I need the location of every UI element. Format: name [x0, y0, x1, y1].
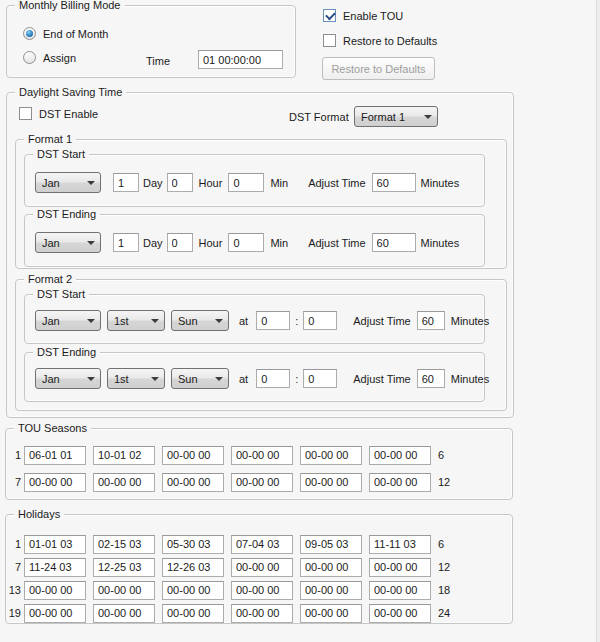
adjust-time-input[interactable] — [417, 311, 445, 330]
day-label: Day — [143, 177, 163, 189]
season-input[interactable] — [24, 446, 86, 465]
minute-input[interactable] — [303, 369, 337, 388]
restore-defaults-option[interactable]: Restore to Defaults — [323, 34, 437, 47]
min-label: Min — [270, 237, 288, 249]
minutes-label: Minutes — [421, 237, 460, 249]
monthly-billing-title: Monthly Billing Mode — [15, 0, 125, 13]
format2-dst-ending-title: DST Ending — [33, 345, 100, 360]
min-input[interactable] — [228, 173, 264, 192]
adjust-time-input[interactable] — [372, 233, 416, 252]
min-input[interactable] — [228, 233, 264, 252]
colon-separator: : — [295, 315, 298, 327]
holiday-input[interactable] — [231, 581, 293, 600]
end-of-month-radio[interactable] — [23, 27, 36, 40]
holiday-input[interactable] — [24, 604, 86, 623]
holiday-input[interactable] — [162, 581, 224, 600]
tou-seasons-group: TOU Seasons 1 6 7 12 — [5, 428, 513, 500]
month-select[interactable]: Jan — [35, 368, 101, 389]
season-input[interactable] — [369, 446, 431, 465]
format2-group: Format 2 DST Start Jan 1st Sun at : — [15, 279, 507, 411]
enable-tou-option[interactable]: Enable TOU — [323, 9, 403, 22]
adjust-time-label: Adjust Time — [353, 315, 410, 327]
season-input[interactable] — [231, 446, 293, 465]
month-select[interactable]: Jan — [35, 310, 101, 331]
holiday-input[interactable] — [24, 535, 86, 554]
day-input[interactable] — [113, 173, 139, 192]
dst-format-select[interactable]: Format 1 — [354, 106, 438, 127]
dst-enable-checkbox[interactable] — [19, 107, 32, 120]
week-ordinal-select-value: 1st — [114, 373, 129, 385]
restore-defaults-checkbox[interactable] — [323, 34, 336, 47]
holiday-input[interactable] — [162, 604, 224, 623]
row-start-index: 1 — [8, 449, 21, 461]
holiday-input[interactable] — [300, 535, 362, 554]
holiday-input[interactable] — [300, 581, 362, 600]
adjust-time-input[interactable] — [372, 173, 416, 192]
holiday-input[interactable] — [162, 558, 224, 577]
week-ordinal-select[interactable]: 1st — [107, 368, 165, 389]
assign-radio[interactable] — [23, 51, 36, 64]
enable-tou-checkbox[interactable] — [323, 9, 336, 22]
season-input[interactable] — [231, 473, 293, 492]
minutes-label: Minutes — [451, 315, 490, 327]
holiday-input[interactable] — [369, 604, 431, 623]
season-input[interactable] — [93, 473, 155, 492]
format1-dst-start-title: DST Start — [33, 147, 89, 162]
holiday-input[interactable] — [93, 604, 155, 623]
holiday-input[interactable] — [300, 558, 362, 577]
dst-enable-option[interactable]: DST Enable — [19, 107, 98, 120]
holiday-input[interactable] — [24, 581, 86, 600]
adjust-time-input[interactable] — [417, 369, 445, 388]
season-input[interactable] — [93, 446, 155, 465]
holiday-input[interactable] — [93, 558, 155, 577]
day-input[interactable] — [113, 233, 139, 252]
at-label: at — [239, 373, 248, 385]
holiday-input[interactable] — [369, 581, 431, 600]
holiday-input[interactable] — [300, 604, 362, 623]
season-input[interactable] — [300, 446, 362, 465]
chevron-down-icon — [87, 319, 95, 323]
restore-defaults-checkbox-label: Restore to Defaults — [343, 35, 437, 47]
holiday-input[interactable] — [93, 535, 155, 554]
restore-defaults-button[interactable]: Restore to Defaults — [322, 57, 435, 80]
panel-right-edge — [596, 0, 600, 642]
row-end-index: 6 — [438, 449, 444, 461]
season-input[interactable] — [369, 473, 431, 492]
holiday-input[interactable] — [231, 535, 293, 554]
row-end-index: 24 — [438, 607, 450, 619]
season-input[interactable] — [24, 473, 86, 492]
hour-input[interactable] — [256, 311, 290, 330]
row-start-index: 7 — [8, 476, 21, 488]
holiday-input[interactable] — [231, 558, 293, 577]
format1-dst-ending-group: DST Ending Jan Day Hour Min Adjust Time … — [24, 214, 485, 267]
hour-input[interactable] — [167, 233, 193, 252]
month-select[interactable]: Jan — [35, 172, 101, 193]
daylight-saving-group: Daylight Saving Time DST Enable DST Form… — [6, 92, 514, 418]
holiday-input[interactable] — [162, 535, 224, 554]
season-input[interactable] — [162, 473, 224, 492]
season-input[interactable] — [162, 446, 224, 465]
chevron-down-icon — [151, 319, 159, 323]
row-end-index: 18 — [438, 584, 450, 596]
hour-input[interactable] — [256, 369, 290, 388]
assign-option[interactable]: Assign — [23, 51, 76, 64]
week-ordinal-select[interactable]: 1st — [107, 310, 165, 331]
weekday-select[interactable]: Sun — [171, 368, 229, 389]
billing-time-input[interactable] — [198, 50, 283, 69]
holiday-input[interactable] — [24, 558, 86, 577]
holiday-input[interactable] — [93, 581, 155, 600]
chevron-down-icon — [87, 181, 95, 185]
hour-input[interactable] — [167, 173, 193, 192]
minute-input[interactable] — [303, 311, 337, 330]
row-start-index: 1 — [8, 538, 21, 550]
holiday-input[interactable] — [231, 604, 293, 623]
holiday-input[interactable] — [369, 558, 431, 577]
month-select[interactable]: Jan — [35, 232, 101, 253]
end-of-month-option[interactable]: End of Month — [23, 27, 108, 40]
weekday-select[interactable]: Sun — [171, 310, 229, 331]
row-end-index: 6 — [438, 538, 444, 550]
holidays-row: 1 6 — [8, 534, 444, 554]
tou-seasons-title: TOU Seasons — [14, 421, 91, 436]
season-input[interactable] — [300, 473, 362, 492]
holiday-input[interactable] — [369, 535, 431, 554]
